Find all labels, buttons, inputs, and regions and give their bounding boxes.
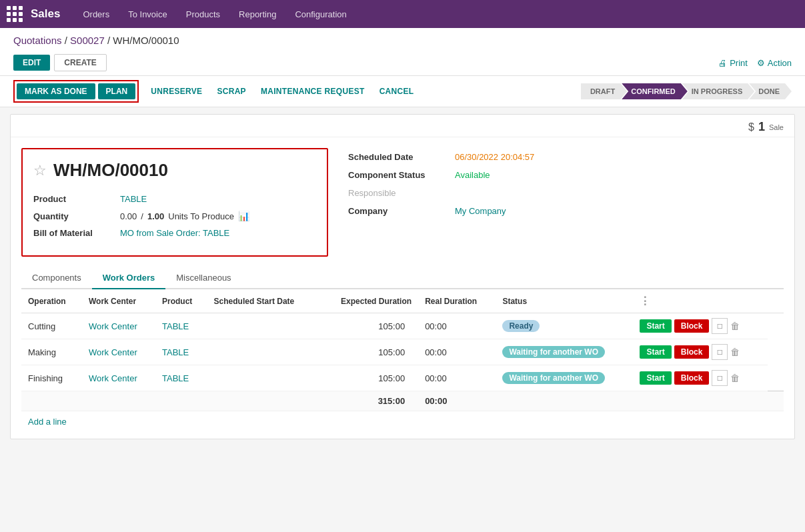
quantity-total[interactable]: 1.00 bbox=[147, 211, 164, 221]
print-label: Print bbox=[730, 58, 748, 68]
nav-items: OrdersTo InvoiceProductsReportingConfigu… bbox=[73, 0, 355, 28]
delete-icon[interactable]: 🗑 bbox=[730, 347, 740, 357]
block-button[interactable]: Block bbox=[674, 319, 710, 333]
cell-operation: Cutting bbox=[21, 313, 82, 339]
block-button[interactable]: Block bbox=[674, 345, 710, 359]
responsible-field: Responsible bbox=[348, 188, 784, 198]
sale-badge: $ 1 Sale bbox=[11, 115, 794, 137]
bom-value[interactable]: MO from Sale Order: TABLE bbox=[120, 228, 229, 238]
cell-work-center[interactable]: Work Center bbox=[82, 339, 155, 365]
top-nav: Sales OrdersTo InvoiceProductsReportingC… bbox=[0, 0, 805, 28]
tab-components[interactable]: Components bbox=[21, 267, 92, 289]
cell-status: Waiting for another WO bbox=[496, 365, 633, 391]
table-header-1: Work Center bbox=[82, 289, 155, 313]
nav-item-reporting[interactable]: Reporting bbox=[229, 0, 285, 28]
cell-product[interactable]: TABLE bbox=[155, 313, 207, 339]
cell-status: Waiting for another WO bbox=[496, 339, 633, 365]
copy-icon-button[interactable]: □ bbox=[712, 344, 728, 360]
edit-button[interactable]: EDIT bbox=[13, 55, 50, 71]
breadcrumb: Quotations / S00027 / WH/MO/00010 bbox=[0, 28, 805, 50]
cell-work-center[interactable]: Work Center bbox=[82, 313, 155, 339]
table-header-8 bbox=[768, 289, 784, 313]
delete-icon[interactable]: 🗑 bbox=[730, 373, 740, 383]
app-grid-icon[interactable] bbox=[7, 6, 23, 22]
breadcrumb-quotations[interactable]: Quotations bbox=[13, 35, 62, 46]
print-icon: 🖨 bbox=[718, 58, 727, 68]
plan-button[interactable]: PLAN bbox=[98, 83, 136, 99]
create-button[interactable]: CREATE bbox=[54, 54, 106, 71]
cancel-button[interactable]: CANCEL bbox=[373, 83, 421, 99]
table-row: Cutting Work Center TABLE 105:00 00:00 R… bbox=[21, 313, 784, 339]
cell-actions: Start Block □ 🗑 bbox=[633, 365, 768, 391]
component-status-field: Component Status Available bbox=[348, 170, 784, 180]
scheduled-date-value[interactable]: 06/30/2022 20:04:57 bbox=[455, 152, 534, 162]
nav-item-configuration[interactable]: Configuration bbox=[285, 0, 355, 28]
cell-product[interactable]: TABLE bbox=[155, 365, 207, 391]
cell-expected-duration: 105:00 bbox=[319, 339, 419, 365]
bom-field: Bill of Material MO from Sale Order: TAB… bbox=[33, 228, 316, 238]
action-link[interactable]: ⚙ Action bbox=[757, 58, 792, 68]
product-value[interactable]: TABLE bbox=[120, 194, 147, 204]
total-actions-spacer bbox=[496, 391, 784, 411]
table-row: Making Work Center TABLE 105:00 00:00 Wa… bbox=[21, 339, 784, 365]
unreserve-button[interactable]: UNRESERVE bbox=[144, 83, 209, 99]
forecast-chart-icon[interactable]: 📊 bbox=[238, 211, 249, 221]
block-button[interactable]: Block bbox=[674, 371, 710, 385]
total-row: 315:00 00:00 bbox=[21, 391, 784, 411]
delete-icon[interactable]: 🗑 bbox=[730, 321, 740, 331]
cell-operation: Finishing bbox=[21, 365, 82, 391]
nav-item-to-invoice[interactable]: To Invoice bbox=[119, 0, 177, 28]
table-header-4: Expected Duration bbox=[319, 289, 419, 313]
print-link[interactable]: 🖨 Print bbox=[718, 58, 748, 68]
tab-work-orders[interactable]: Work Orders bbox=[92, 267, 166, 289]
table-header-3: Scheduled Start Date bbox=[207, 289, 319, 313]
toolbar: EDIT CREATE 🖨 Print ⚙ Action bbox=[0, 50, 805, 76]
form-left: ☆ WH/MO/00010 Product TABLE Quantity 0.0… bbox=[21, 148, 328, 257]
component-status-label: Component Status bbox=[348, 170, 455, 180]
app-name: Sales bbox=[31, 7, 60, 21]
start-button[interactable]: Start bbox=[640, 345, 671, 359]
scrap-button[interactable]: SCRAP bbox=[210, 83, 253, 99]
status-badge-ready: Ready bbox=[502, 320, 540, 332]
dollar-icon: $ bbox=[748, 121, 754, 133]
company-value[interactable]: My Company bbox=[455, 206, 506, 216]
tab-miscellaneous[interactable]: Miscellaneous bbox=[165, 267, 241, 289]
add-line-button[interactable]: Add a line bbox=[21, 411, 73, 432]
total-spacer bbox=[21, 391, 319, 411]
quantity-done[interactable]: 0.00 bbox=[120, 211, 137, 221]
quantity-unit: Units To Produce bbox=[168, 211, 234, 221]
table-header-5: Real Duration bbox=[418, 289, 496, 313]
table-wrapper: OperationWork CenterProductScheduled Sta… bbox=[11, 289, 794, 439]
maintenance-request-button[interactable]: MAINTENANCE REQUEST bbox=[254, 83, 371, 99]
cell-product[interactable]: TABLE bbox=[155, 339, 207, 365]
cell-work-center[interactable]: Work Center bbox=[82, 365, 155, 391]
form-right: Scheduled Date 06/30/2022 20:04:57 Compo… bbox=[348, 148, 784, 257]
quantity-label: Quantity bbox=[33, 211, 120, 221]
quantity-display: 0.00 / 1.00 Units To Produce 📊 bbox=[120, 211, 249, 221]
mark-as-done-button[interactable]: MARK AS DONE bbox=[17, 83, 95, 99]
gear-icon: ⚙ bbox=[757, 58, 765, 68]
favorite-star-icon[interactable]: ☆ bbox=[33, 162, 47, 179]
cell-scheduled-start bbox=[207, 313, 319, 339]
action-highlight: MARK AS DONE PLAN bbox=[13, 80, 139, 103]
status-step-in-progress[interactable]: IN PROGRESS bbox=[682, 83, 754, 99]
table-header-more[interactable]: ⋮ bbox=[633, 289, 768, 313]
copy-icon-button[interactable]: □ bbox=[712, 318, 728, 334]
cell-actions: Start Block □ 🗑 bbox=[633, 339, 768, 365]
breadcrumb-current: WH/MO/00010 bbox=[113, 35, 179, 46]
nav-item-products[interactable]: Products bbox=[177, 0, 229, 28]
company-field: Company My Company bbox=[348, 206, 784, 216]
nav-item-orders[interactable]: Orders bbox=[73, 0, 119, 28]
status-step-done[interactable]: DONE bbox=[749, 83, 792, 99]
breadcrumb-s00027[interactable]: S00027 bbox=[70, 35, 105, 46]
status-badge-waiting: Waiting for another WO bbox=[502, 372, 605, 384]
total-expected-duration: 315:00 bbox=[319, 391, 419, 411]
bom-label: Bill of Material bbox=[33, 228, 120, 238]
status-step-draft[interactable]: DRAFT bbox=[581, 83, 627, 99]
main-content: $ 1 Sale ☆ WH/MO/00010 Product TABLE Qua… bbox=[10, 114, 795, 439]
start-button[interactable]: Start bbox=[640, 319, 671, 333]
cell-expected-duration: 105:00 bbox=[319, 365, 419, 391]
copy-icon-button[interactable]: □ bbox=[712, 370, 728, 386]
status-step-confirmed[interactable]: CONFIRMED bbox=[622, 83, 688, 99]
start-button[interactable]: Start bbox=[640, 371, 671, 385]
